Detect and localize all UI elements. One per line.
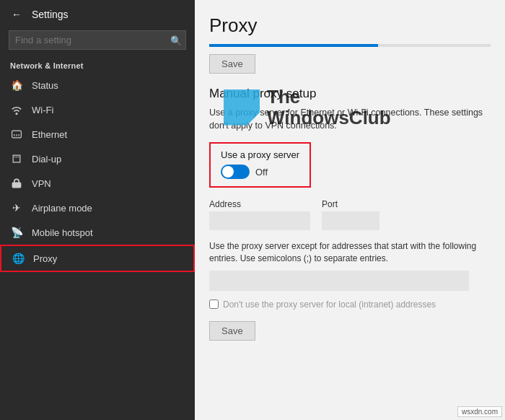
scroll-indicator [209, 44, 491, 47]
local-intranet-checkbox[interactable] [209, 299, 219, 309]
proxy-except-desc: Use the proxy server except for addresse… [209, 240, 491, 265]
port-field-group: Port [322, 199, 379, 230]
ethernet-icon [10, 128, 23, 141]
sidebar-item-dialup[interactable]: Dial-up [0, 146, 195, 171]
sidebar-item-vpn[interactable]: VPN [0, 171, 195, 196]
sidebar-item-proxy[interactable]: 🌐 Proxy [0, 245, 195, 272]
sidebar-item-label: Status [32, 80, 58, 91]
home-icon: 🏠 [10, 79, 23, 92]
sidebar-item-status[interactable]: 🏠 Status [0, 73, 195, 97]
proxy-toggle-switch[interactable] [221, 165, 250, 179]
hotspot-icon: 📡 [10, 226, 23, 239]
manual-proxy-desc: Use a proxy server for Ethernet or Wi-Fi… [209, 107, 491, 132]
address-label: Address [209, 199, 310, 209]
app-container: ← Settings 🔍 Network & Internet 🏠 Status… [0, 0, 505, 420]
back-button[interactable]: ← [9, 7, 25, 22]
sidebar-item-label: Dial-up [32, 154, 61, 165]
port-label: Port [322, 199, 379, 209]
local-checkbox-row: Don't use the proxy server for local (in… [209, 299, 491, 310]
sidebar-item-wifi[interactable]: Wi-Fi [0, 97, 195, 122]
manual-proxy-title: Manual proxy setup [209, 87, 491, 101]
svg-point-6 [18, 157, 19, 158]
sidebar-item-label: VPN [32, 178, 51, 189]
airplane-icon: ✈ [10, 201, 23, 214]
sidebar-item-ethernet[interactable]: Ethernet [0, 122, 195, 146]
proxy-toggle-label: Use a proxy server [221, 149, 299, 160]
toggle-row: Off [221, 165, 299, 179]
search-icon: 🔍 [170, 35, 182, 45]
sidebar-section-label: Network & Internet [0, 57, 195, 73]
svg-point-4 [14, 157, 16, 158]
page-title: Proxy [209, 14, 491, 37]
sidebar-item-label: Airplane mode [32, 203, 92, 214]
sidebar-title: Settings [32, 9, 69, 20]
wsxdn-badge: wsxdn.com [457, 406, 502, 417]
sidebar-nav: 🏠 Status Wi-Fi [0, 73, 195, 272]
save-button-top[interactable]: Save [209, 54, 255, 74]
address-input[interactable] [209, 211, 310, 230]
sidebar-item-label: Wi-Fi [32, 105, 53, 115]
port-input[interactable] [322, 211, 379, 230]
search-box: 🔍 [9, 30, 186, 50]
wifi-icon [10, 103, 23, 116]
search-input[interactable] [9, 30, 186, 50]
proxy-toggle-box: Use a proxy server Off [209, 142, 311, 188]
sidebar-item-label: Ethernet [32, 129, 67, 140]
sidebar-item-label: Mobile hotspot [32, 227, 93, 238]
toggle-state-label: Off [255, 167, 268, 178]
vpn-icon [10, 177, 23, 190]
sidebar-item-airplane[interactable]: ✈ Airplane mode [0, 196, 195, 220]
main-inner: Proxy Save Manual proxy setup Use a prox… [195, 0, 505, 420]
scroll-thumb [209, 44, 378, 47]
local-intranet-label: Don't use the proxy server for local (in… [223, 299, 436, 310]
save-button-bottom[interactable]: Save [209, 321, 255, 341]
proxy-icon: 🌐 [12, 252, 25, 265]
toggle-knob [222, 166, 234, 178]
address-port-row: Address Port [209, 199, 491, 230]
svg-point-5 [16, 157, 17, 158]
address-field-group: Address [209, 199, 310, 230]
sidebar: ← Settings 🔍 Network & Internet 🏠 Status… [0, 0, 195, 420]
sidebar-item-hotspot[interactable]: 📡 Mobile hotspot [0, 220, 195, 245]
sidebar-header: ← Settings [0, 0, 195, 26]
dialup-icon [10, 152, 23, 165]
main-content: Proxy Save Manual proxy setup Use a prox… [195, 0, 505, 420]
proxy-except-input[interactable] [209, 271, 469, 291]
sidebar-item-label: Proxy [33, 253, 57, 264]
